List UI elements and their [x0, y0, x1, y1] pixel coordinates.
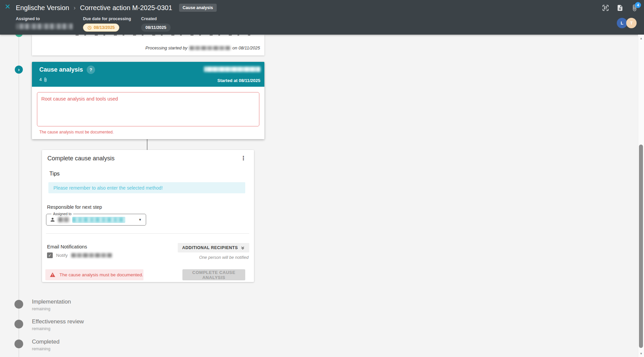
notify-row: ✓ Notify: [47, 252, 112, 258]
clock-icon: [87, 26, 92, 30]
additional-recipients-button[interactable]: ADDITIONAL RECIPIENTS: [178, 243, 249, 252]
created-date-pill: 08/11/2025: [141, 24, 171, 32]
step-status: remaining: [32, 307, 71, 311]
complete-cause-analysis-button[interactable]: COMPLETE CAUSE ANALYSIS: [182, 269, 245, 280]
field-label: Assigned to: [16, 16, 73, 21]
due-date-pill: 08/13/2025: [83, 24, 119, 32]
root-cause-textarea-label: Root cause analysis and tools used: [41, 96, 118, 102]
header-fields: Assigned to Due date for processing 08/1…: [16, 16, 171, 32]
complete-cause-analysis-card: Complete cause analysis ⋮ Tips Please re…: [42, 150, 254, 282]
attachments-icon[interactable]: 4: [631, 4, 638, 11]
cause-field-error: The cause analysis must be documented.: [39, 130, 114, 134]
notify-checkbox[interactable]: ✓: [47, 252, 53, 258]
cause-analysis-card: Cause analysis ? 4 Started at 08/11/2025…: [32, 62, 264, 139]
email-notifications-heading: Email Notifications: [47, 244, 87, 249]
tips-heading: Tips: [49, 170, 60, 177]
timeline-step-completed: Completed remaining: [32, 339, 59, 351]
assigned-to-select[interactable]: Assigned to ▼: [46, 214, 146, 226]
avatar[interactable]: L: [617, 18, 627, 28]
user-avatars: L T: [617, 18, 637, 28]
avatar[interactable]: T: [626, 18, 637, 28]
tip-message-box: Please remember to also enter the select…: [48, 182, 245, 193]
close-icon[interactable]: ✕: [5, 3, 11, 10]
processing-note: Processing started by on 08/11/2025: [145, 45, 260, 50]
paperclip-icon: [43, 77, 48, 82]
step-title: Completed: [32, 339, 59, 345]
tip-message: Please remember to also enter the select…: [53, 185, 163, 191]
chevron-right-icon: ›: [18, 67, 20, 72]
breadcrumb-app-title[interactable]: Englische Version: [16, 4, 69, 12]
scrollbar-down-arrow[interactable]: ▼: [638, 352, 644, 355]
scrollbar: ▲ ▼: [638, 35, 644, 357]
breadcrumb: Englische Version › Corrective action M-…: [16, 4, 217, 12]
root-cause-textarea[interactable]: Root cause analysis and tools used: [37, 92, 259, 126]
section-divider: [46, 233, 249, 234]
additional-recipients-label: ADDITIONAL RECIPIENTS: [182, 245, 238, 250]
assigned-to-select-label: Assigned to: [51, 212, 73, 216]
processing-note-suffix: on 08/11/2025: [232, 45, 260, 50]
redacted-assignee-name: [204, 67, 260, 72]
check-icon: ✓: [48, 253, 51, 258]
action-card-title: Complete cause analysis: [47, 155, 115, 162]
cause-analysis-card-header: Cause analysis ? 4 Started at 08/11/2025: [32, 62, 264, 87]
dropdown-caret-icon: ▼: [138, 218, 142, 222]
responsible-heading: Responsible for next step: [47, 204, 102, 210]
timeline-step-implementation: Implementation remaining: [32, 299, 71, 311]
redacted-user-name: [189, 46, 230, 50]
redacted-notify-name: [71, 253, 112, 257]
clipped-text-remnant: [76, 35, 250, 36]
qr-scan-icon[interactable]: [602, 4, 609, 11]
timeline-node-completed: [14, 340, 23, 348]
step-title: Effectiveness review: [32, 318, 84, 325]
field-due-date: Due date for processing 08/13/2025: [83, 16, 131, 32]
validation-error-banner: The cause analysis must be documented.: [45, 269, 143, 280]
corrective-action-page: Processing started by on 08/11/2025 › Ca…: [0, 0, 644, 357]
scrollbar-up-arrow[interactable]: ▲: [638, 37, 644, 40]
breadcrumb-separator: ›: [73, 4, 76, 11]
card-connector-line: [147, 139, 147, 150]
attachment-count-badge: 4: [635, 2, 641, 8]
step-status: remaining: [32, 347, 59, 351]
validation-error-text: The cause analysis must be documented.: [59, 272, 143, 277]
redacted-assignee-selection: [72, 217, 125, 222]
step-status: remaining: [32, 326, 84, 331]
field-created: Created 08/11/2025: [141, 16, 171, 32]
timeline-node-implementation: [14, 300, 23, 309]
app-header: ✕ Englische Version › Corrective action …: [0, 0, 644, 35]
selected-assignee-value: [72, 217, 125, 223]
person-icon: [50, 217, 55, 223]
field-assigned-to: Assigned to: [16, 16, 73, 32]
chevrons-down-icon: [241, 246, 245, 250]
notify-label: Notify: [56, 253, 68, 258]
attachment-count-value: 4: [39, 77, 42, 82]
history-card: Processing started by on 08/11/2025: [32, 35, 264, 55]
document-icon[interactable]: [616, 4, 624, 11]
timeline-node-effectiveness-review: [14, 320, 23, 328]
scrollbar-thumb[interactable]: [639, 145, 643, 348]
processing-note-prefix: Processing started by: [145, 45, 187, 50]
started-note: Started at 08/11/2025: [217, 78, 260, 83]
notify-summary: One person will be notified: [199, 255, 249, 260]
field-label: Created: [141, 16, 171, 21]
due-date-value: 08/13/2025: [94, 25, 115, 30]
redacted-assigned-to-value: [16, 24, 73, 29]
redacted-assignee-prefix: [58, 217, 70, 222]
page-title: Corrective action M-2025-0301: [80, 4, 172, 12]
cause-analysis-card-body: Root cause analysis and tools used The c…: [32, 87, 264, 139]
more-vert-icon[interactable]: ⋮: [239, 154, 248, 162]
warning-icon: [50, 272, 55, 278]
help-icon[interactable]: ?: [87, 66, 95, 74]
timeline-step-effectiveness-review: Effectiveness review remaining: [32, 318, 84, 331]
field-label: Due date for processing: [83, 16, 131, 21]
attachment-count[interactable]: 4: [39, 77, 48, 82]
step-title: Implementation: [32, 299, 71, 305]
timeline-node-current[interactable]: ›: [15, 66, 23, 74]
status-badge: Cause analysis: [179, 4, 217, 12]
cause-card-title: Cause analysis: [39, 66, 83, 73]
